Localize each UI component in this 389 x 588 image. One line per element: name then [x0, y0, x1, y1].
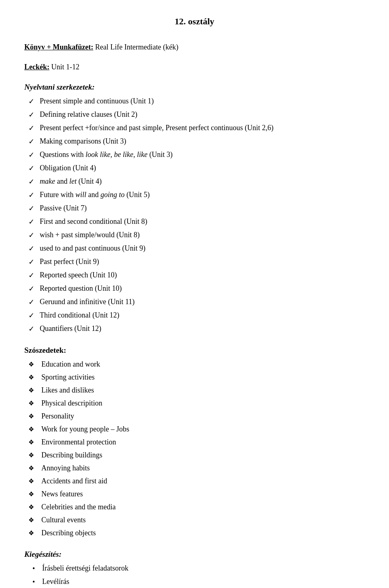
list-item: ✓Questions with look like, be like, like…: [28, 149, 365, 161]
list-item: ✓make and let (Unit 4): [28, 176, 365, 187]
check-icon: ✓: [28, 243, 40, 254]
check-icon: ✓: [28, 109, 40, 120]
list-item: ❖Education and work: [28, 359, 365, 370]
list-item: ❖News features: [28, 489, 365, 500]
diamond-icon: ❖: [28, 515, 41, 525]
list-item: ✓First and second conditional (Unit 8): [28, 216, 365, 227]
check-icon: ✓: [28, 163, 40, 174]
list-item: ✓Geruund and infinitive (Unit 11): [28, 296, 365, 308]
lessons-label: Leckék:: [24, 63, 49, 71]
list-item: •Írásbeli érettségi feladatsorok: [32, 563, 365, 574]
book-info: Könyv + Munkafüzet: Real Life Intermedia…: [24, 43, 365, 52]
supplement-list: •Írásbeli érettségi feladatsorok •Levélí…: [24, 563, 365, 588]
lessons-info: Leckék: Unit 1-12: [24, 63, 365, 71]
book-info-section: Könyv + Munkafüzet: Real Life Intermedia…: [24, 43, 365, 52]
supplement-label: Kiegészítés:: [24, 550, 365, 559]
list-item: ✓Quantifiers (Unit 12): [28, 323, 365, 335]
list-item: ❖Annoying habits: [28, 463, 365, 474]
list-item: ✓Present simple and continuous (Unit 1): [28, 96, 365, 107]
list-item: ❖Sporting activities: [28, 372, 365, 383]
diamond-icon: ❖: [28, 373, 41, 382]
diamond-icon: ❖: [28, 386, 41, 395]
check-icon: ✓: [28, 297, 40, 308]
check-icon: ✓: [28, 324, 40, 335]
list-item: ❖Cultural events: [28, 515, 365, 526]
list-item: ✓Third conditional (Unit 12): [28, 310, 365, 321]
list-item: ✓Present perfect +for/since and past sim…: [28, 122, 365, 134]
list-item: ✓Making comparisons (Unit 3): [28, 136, 365, 147]
diamond-icon: ❖: [28, 528, 41, 538]
check-icon: ✓: [28, 203, 40, 214]
diamond-icon: ❖: [28, 360, 41, 369]
check-icon: ✓: [28, 176, 40, 187]
list-item: ❖Accidents and first aid: [28, 476, 365, 487]
check-icon: ✓: [28, 136, 40, 147]
grammar-label: Nyelvtani szerkezetek:: [24, 83, 365, 92]
vocabulary-section: Szószedetek: ❖Education and work ❖Sporti…: [24, 346, 365, 539]
bullet-icon: •: [32, 577, 42, 588]
supplement-section: Kiegészítés: •Írásbeli érettségi feladat…: [24, 550, 365, 588]
list-item: ✓Past perfect (Unit 9): [28, 256, 365, 268]
list-item: ✓wish + past simple/would (Unit 8): [28, 230, 365, 241]
list-item: ✓Reported speech (Unit 10): [28, 270, 365, 281]
check-icon: ✓: [28, 283, 40, 294]
check-icon: ✓: [28, 217, 40, 227]
list-item: ✓used to and past continuous (Unit 9): [28, 243, 365, 254]
diamond-icon: ❖: [28, 451, 41, 460]
check-icon: ✓: [28, 123, 40, 134]
diamond-icon: ❖: [28, 438, 41, 447]
list-item: ✓Passive (Unit 7): [28, 203, 365, 214]
list-item: ❖Celebrities and the media: [28, 502, 365, 513]
list-item: •Levélírás: [32, 576, 365, 588]
list-item: ✓Obligation (Unit 4): [28, 163, 365, 174]
check-icon: ✓: [28, 270, 40, 281]
diamond-icon: ❖: [28, 489, 41, 499]
check-icon: ✓: [28, 310, 40, 321]
book-label: Könyv + Munkafüzet:: [24, 43, 93, 51]
page-title: 12. osztály: [24, 16, 365, 27]
list-item: ❖Describing buildings: [28, 450, 365, 461]
list-item: ❖Likes and dislikes: [28, 385, 365, 396]
list-item: ❖Describing objects: [28, 528, 365, 539]
lessons-section: Leckék: Unit 1-12: [24, 63, 365, 71]
list-item: ✓Future with will and going to (Unit 5): [28, 189, 365, 201]
diamond-icon: ❖: [28, 399, 41, 408]
check-icon: ✓: [28, 190, 40, 201]
grammar-list: ✓Present simple and continuous (Unit 1) …: [24, 96, 365, 335]
grammar-section: Nyelvtani szerkezetek: ✓Present simple a…: [24, 83, 365, 335]
book-value: Real Life Intermediate (kék): [95, 43, 178, 51]
diamond-icon: ❖: [28, 476, 41, 486]
list-item: ✓Reported question (Unit 10): [28, 283, 365, 294]
list-item: ❖Physical descripition: [28, 398, 365, 409]
diamond-icon: ❖: [28, 502, 41, 512]
bullet-icon: •: [32, 563, 42, 574]
check-icon: ✓: [28, 150, 40, 161]
list-item: ✓Defining relative clauses (Unit 2): [28, 109, 365, 120]
diamond-icon: ❖: [28, 425, 41, 434]
check-icon: ✓: [28, 257, 40, 268]
diamond-icon: ❖: [28, 464, 41, 473]
check-icon: ✓: [28, 230, 40, 241]
vocabulary-label: Szószedetek:: [24, 346, 365, 355]
lessons-value: Unit 1-12: [51, 63, 80, 71]
list-item: ❖Work for young people – Jobs: [28, 424, 365, 435]
list-item: ❖Environmental protection: [28, 437, 365, 448]
check-icon: ✓: [28, 96, 40, 107]
list-item: ❖Personality: [28, 411, 365, 422]
vocabulary-list: ❖Education and work ❖Sporting activities…: [24, 359, 365, 539]
diamond-icon: ❖: [28, 412, 41, 421]
